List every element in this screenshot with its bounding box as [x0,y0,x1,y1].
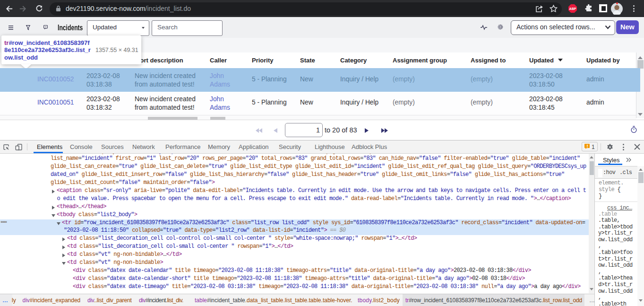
svg-text:ABP: ABP [569,7,576,10]
